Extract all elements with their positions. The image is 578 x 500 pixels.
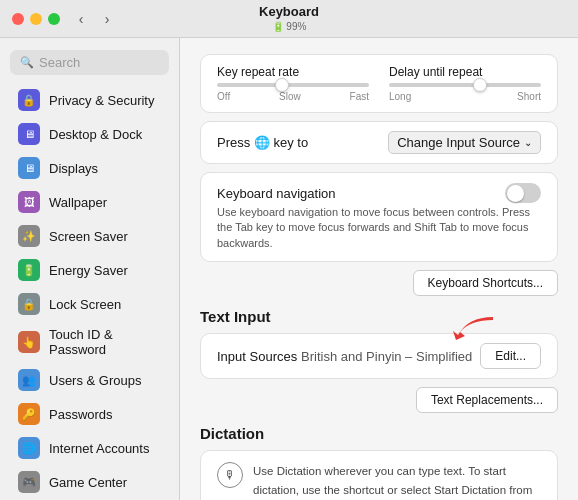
sidebar-item-screensaver[interactable]: ✨ Screen Saver xyxy=(6,220,173,252)
input-sources-row: Input Sources British and Pinyin – Simpl… xyxy=(200,333,558,379)
sidebar-item-label: Touch ID & Password xyxy=(49,327,161,357)
keyboard-shortcuts-button[interactable]: Keyboard Shortcuts... xyxy=(413,270,558,296)
dictation-header: Dictation xyxy=(200,425,558,442)
dictation-desc: Use Dictation wherever you can type text… xyxy=(253,465,532,500)
microphone-icon: 🎙 xyxy=(217,462,243,488)
key-repeat-slider: Key repeat rate Off Slow Fast xyxy=(217,65,369,102)
sidebar-item-wallpaper[interactable]: 🖼 Wallpaper xyxy=(6,186,173,218)
sidebar-item-displays[interactable]: 🖥 Displays xyxy=(6,152,173,184)
internet-icon: 🌐 xyxy=(18,437,40,459)
input-sources-container: Input Sources British and Pinyin – Simpl… xyxy=(200,333,558,379)
sidebar-item-lockscreen[interactable]: 🔒 Lock Screen xyxy=(6,288,173,320)
sidebar-item-touchid[interactable]: 👆 Touch ID & Password xyxy=(6,322,173,362)
forward-button[interactable]: › xyxy=(96,8,118,30)
red-arrow-annotation xyxy=(438,315,498,345)
passwords-icon: 🔑 xyxy=(18,403,40,425)
delay-track[interactable] xyxy=(389,83,541,87)
sidebar-item-label: Energy Saver xyxy=(49,263,128,278)
input-sources-value: British and Pinyin – Simplified xyxy=(301,349,472,364)
sidebar-item-gamecenter[interactable]: 🎮 Game Center xyxy=(6,466,173,498)
sidebar-item-desktop[interactable]: 🖥 Desktop & Dock xyxy=(6,118,173,150)
touchid-icon: 👆 xyxy=(18,331,40,353)
keyboard-nav-label: Keyboard navigation xyxy=(217,186,336,201)
key-repeat-label: Key repeat rate xyxy=(217,65,369,79)
input-sources-label: Input Sources xyxy=(217,349,297,364)
sidebar-item-label: Wallpaper xyxy=(49,195,107,210)
delay-short-label: Short xyxy=(517,91,541,102)
close-button[interactable] xyxy=(12,13,24,25)
gamecenter-icon: 🎮 xyxy=(18,471,40,493)
sidebar-item-label: Game Center xyxy=(49,475,127,490)
press-key-select[interactable]: Change Input Source ⌄ xyxy=(388,131,541,154)
sidebar-item-label: Screen Saver xyxy=(49,229,128,244)
search-icon: 🔍 xyxy=(20,56,34,69)
sidebar-item-label: Internet Accounts xyxy=(49,441,149,456)
back-button[interactable]: ‹ xyxy=(70,8,92,30)
sidebar-item-security[interactable]: 🔒 Privacy & Security xyxy=(6,84,173,116)
wallpaper-icon: 🖼 xyxy=(18,191,40,213)
input-sources-edit-button[interactable]: Edit... xyxy=(480,343,541,369)
displays-icon: 🖥 xyxy=(18,157,40,179)
nav-arrows: ‹ › xyxy=(70,8,118,30)
minimize-button[interactable] xyxy=(30,13,42,25)
main-layout: 🔍 Search 🔒 Privacy & Security 🖥 Desktop … xyxy=(0,38,578,500)
text-replacements-row: Text Replacements... xyxy=(200,387,558,413)
text-input-header: Text Input xyxy=(200,308,558,325)
press-key-row: Press 🌐 key to Change Input Source ⌄ xyxy=(200,121,558,164)
keyboard-nav-desc: Use keyboard navigation to move focus be… xyxy=(217,205,541,251)
dictation-row: 🎙 Use Dictation wherever you can type te… xyxy=(200,450,558,500)
users-icon: 👥 xyxy=(18,369,40,391)
keyboard-nav-toggle[interactable] xyxy=(505,183,541,203)
delay-slider: Delay until repeat Long Short xyxy=(389,65,541,102)
sidebar-item-label: Passwords xyxy=(49,407,113,422)
sliders-container: Key repeat rate Off Slow Fast Delay unti… xyxy=(200,54,558,113)
energy-icon: 🔋 xyxy=(18,259,40,281)
sidebar-item-label: Users & Groups xyxy=(49,373,141,388)
keyboard-shortcuts-row: Keyboard Shortcuts... xyxy=(200,270,558,296)
search-bar[interactable]: 🔍 Search xyxy=(10,50,169,75)
sidebar-item-label: Privacy & Security xyxy=(49,93,154,108)
delay-label: Delay until repeat xyxy=(389,65,541,79)
lockscreen-icon: 🔒 xyxy=(18,293,40,315)
sidebar-item-energy[interactable]: 🔋 Energy Saver xyxy=(6,254,173,286)
desktop-icon: 🖥 xyxy=(18,123,40,145)
sidebar-item-label: Desktop & Dock xyxy=(49,127,142,142)
key-repeat-track[interactable] xyxy=(217,83,369,87)
content-area: Key repeat rate Off Slow Fast Delay unti… xyxy=(180,38,578,500)
repeat-fast-label: Fast xyxy=(350,91,369,102)
sidebar: 🔍 Search 🔒 Privacy & Security 🖥 Desktop … xyxy=(0,38,180,500)
sidebar-item-internet[interactable]: 🌐 Internet Accounts xyxy=(6,432,173,464)
press-key-label: Press 🌐 key to xyxy=(217,135,308,150)
security-icon: 🔒 xyxy=(18,89,40,111)
repeat-slow-label: Slow xyxy=(279,91,301,102)
maximize-button[interactable] xyxy=(48,13,60,25)
titlebar: ‹ › Keyboard 🔋 99% xyxy=(0,0,578,38)
sidebar-item-passwords[interactable]: 🔑 Passwords xyxy=(6,398,173,430)
search-placeholder: Search xyxy=(39,55,80,70)
sidebar-item-users[interactable]: 👥 Users & Groups xyxy=(6,364,173,396)
keyboard-nav-block: Keyboard navigation Use keyboard navigat… xyxy=(200,172,558,262)
screensaver-icon: ✨ xyxy=(18,225,40,247)
window-title: Keyboard 🔋 99% xyxy=(259,4,319,34)
text-replacements-button[interactable]: Text Replacements... xyxy=(416,387,558,413)
repeat-off-label: Off xyxy=(217,91,230,102)
chevron-down-icon: ⌄ xyxy=(524,137,532,148)
traffic-lights xyxy=(12,13,60,25)
sidebar-item-label: Displays xyxy=(49,161,98,176)
delay-long-label: Long xyxy=(389,91,411,102)
sidebar-item-label: Lock Screen xyxy=(49,297,121,312)
